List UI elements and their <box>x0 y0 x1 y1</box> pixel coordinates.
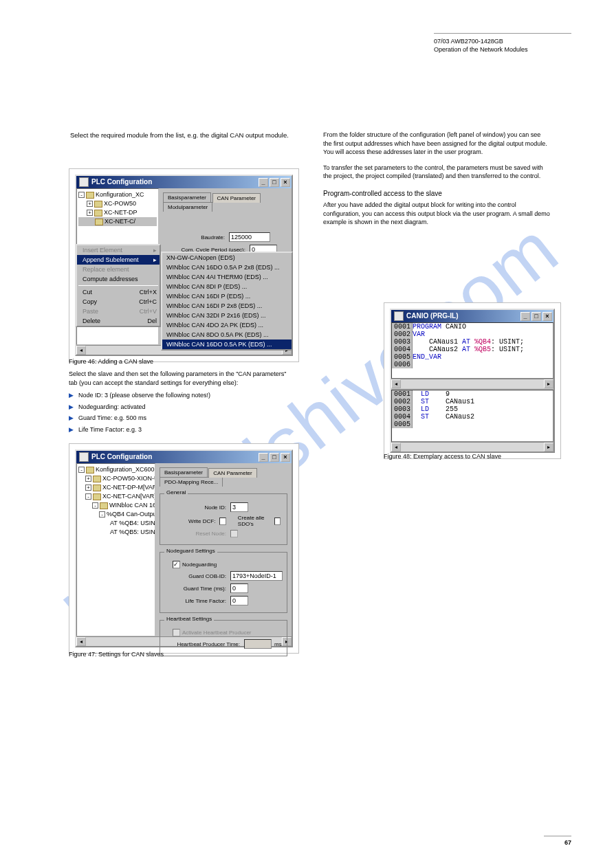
page-header: 07/03 AWB2700-1428GB Operation of the Ne… <box>434 33 571 54</box>
maximize-button[interactable]: □ <box>531 312 541 321</box>
title-text-3: CANIO (PRG-IL) <box>406 310 459 322</box>
submenu-item-5[interactable]: WINbloc CAN 16DI P 2x8 (EDS) ... <box>162 301 292 311</box>
group-heartbeat: Heartbeat Settings Activate Heartbeat Pr… <box>160 620 287 656</box>
menu-replace-element[interactable]: Replace element <box>77 265 160 274</box>
maximize-button[interactable]: □ <box>270 453 279 462</box>
menu-delete[interactable]: DeleteDel <box>77 316 160 326</box>
submenu-item-4[interactable]: WINbloc CAN 16DI P (EDS) ... <box>162 291 292 301</box>
tab-basisparameter[interactable]: Basisparameter <box>163 192 211 202</box>
nodeid-input[interactable] <box>230 502 248 512</box>
app-icon <box>79 452 89 462</box>
page-number: 67 <box>544 836 571 846</box>
right-column-text: From the folder structure of the configu… <box>323 131 550 234</box>
submenu-item-6[interactable]: WINbloc CAN 32DI P 2x16 (EDS) ... <box>162 311 292 320</box>
menu-paste[interactable]: PasteCtrl+V <box>77 307 160 316</box>
submenu-item-9[interactable]: WINbloc CAN 16DO 0.5A PK (EDS) ... <box>162 340 292 349</box>
lifetimefactor-input[interactable] <box>230 596 248 605</box>
figure-3-caption: Figure 48: Exemplary access to CAN slave <box>384 453 501 460</box>
section-heading: Program-controlled access to the slave <box>323 189 550 199</box>
submenu-item-0[interactable]: XN-GW-CANopen (EDS) <box>162 253 292 263</box>
submenu-item-3[interactable]: WINbloc CAN 8DI P (EDS) ... <box>162 282 292 291</box>
minimize-button[interactable]: _ <box>259 453 268 462</box>
menu-append-subelement[interactable]: Append Subelement▸ <box>77 255 160 265</box>
menu-cut[interactable]: CutCtrl+X <box>77 287 160 297</box>
figure-1-caption: Figure 46: Adding a CAN slave <box>69 358 153 365</box>
figure-2-caption: Figure 47: Settings for CAN slaves <box>69 651 164 658</box>
submenu-append[interactable]: XN-GW-CANopen (EDS) WINbloc CAN 16DO 0.5… <box>161 252 293 350</box>
submenu-item-1[interactable]: WINbloc CAN 16DO 0.5A P 2x8 (EDS) ... <box>162 263 292 272</box>
baudrate-input[interactable] <box>229 232 270 242</box>
figure-2-frame: PLC Configuration _ □ × -Konfiguration_X… <box>69 443 299 654</box>
header-line1: 07/03 AWB2700-1428GB <box>434 38 571 46</box>
baudrate-label: Baudrate: <box>163 234 225 241</box>
app-icon <box>79 177 89 187</box>
menu-insert-element[interactable]: Insert Element▸ <box>77 245 160 255</box>
resetnode-checkbox <box>230 530 238 537</box>
right-pane-2: Basisparameter CAN Parameter PDO-Mapping… <box>155 463 292 636</box>
cobid-input[interactable] <box>230 571 283 581</box>
tree-pane-2[interactable]: -Konfiguration_XC600 +XC-POW50-XION-UPS[… <box>76 463 155 636</box>
title-text-2: PLC Configuration <box>91 451 152 463</box>
canio-window: CANIO (PRG-IL) _ □ × 0001PROGRAM CANIO 0… <box>390 309 555 453</box>
group-general: General Node ID: Write DCF: Create alle … <box>160 493 287 545</box>
writedcf-checkbox[interactable] <box>219 518 226 525</box>
tab-pdo-mapping[interactable]: PDO-Mapping Rece... <box>160 477 223 487</box>
createsdo-checkbox[interactable] <box>274 518 281 525</box>
titlebar-3: CANIO (PRG-IL) _ □ × <box>391 310 553 322</box>
code-pane[interactable]: 0001 LD 9 0002 ST CANaus1 0003 LD 255 00… <box>391 390 553 442</box>
maximize-button[interactable]: □ <box>270 178 279 187</box>
close-button[interactable]: × <box>281 453 290 462</box>
titlebar-1: PLC Configuration _ □ × <box>76 176 292 188</box>
after-figure-1-text: Select the slave and then set the follow… <box>69 370 289 437</box>
menu-copy[interactable]: CopyCtrl+C <box>77 297 160 307</box>
close-button[interactable]: × <box>281 178 290 187</box>
figure-3-frame: CANIO (PRG-IL) _ □ × 0001PROGRAM CANIO 0… <box>384 302 561 459</box>
minimize-button[interactable]: _ <box>520 312 530 321</box>
submenu-item-8[interactable]: WINbloc CAN 8DO 0.5A PK (EDS) ... <box>162 330 292 340</box>
scrollbar-decl[interactable]: ◂▸ <box>391 379 553 388</box>
group-nodeguard: Nodeguard Settings Nodeguarding Guard CO… <box>160 552 287 613</box>
hbtime-input <box>244 639 272 649</box>
tab-can-parameter-2[interactable]: CAN Parameter <box>208 468 256 478</box>
submenu-item-7[interactable]: WINbloc CAN 4DO 2A PK (EDS) ... <box>162 320 292 330</box>
intro-paragraph: Select the required module from the list… <box>70 131 289 146</box>
guardtime-input[interactable] <box>230 583 248 593</box>
context-menu[interactable]: Insert Element▸ Append Subelement▸ Repla… <box>76 244 161 327</box>
menu-compute-addresses[interactable]: Compute addresses <box>77 274 160 284</box>
tab-basisparameter-2[interactable]: Basisparameter <box>160 467 208 477</box>
app-icon <box>394 311 404 321</box>
close-button[interactable]: × <box>542 312 552 321</box>
tab-modulparameter[interactable]: Modulparameter <box>163 202 212 212</box>
submenu-item-2[interactable]: WINbloc CAN 4AI THERM0 (EDS) ... <box>162 272 292 282</box>
plc-config-window-2: PLC Configuration _ □ × -Konfiguration_X… <box>75 449 293 647</box>
tab-can-parameter[interactable]: CAN Parameter <box>212 193 261 203</box>
scroll-left-button[interactable]: ◂ <box>76 637 86 646</box>
nodeguarding-checkbox[interactable] <box>173 561 180 568</box>
header-line2: Operation of the Network Modules <box>434 46 571 54</box>
tabs-1: Basisparameter CAN Parameter Modulparame… <box>163 192 287 212</box>
scrollbar-code[interactable]: ◂▸ <box>391 442 553 452</box>
scroll-left-button[interactable]: ◂ <box>76 346 86 355</box>
heartbeat-checkbox <box>173 629 180 636</box>
titlebar-2: PLC Configuration _ □ × <box>76 451 292 463</box>
declaration-pane[interactable]: 0001PROGRAM CANIO 0002VAR 0003 CANaus1 A… <box>391 322 553 379</box>
title-text-1: PLC Configuration <box>91 176 152 188</box>
minimize-button[interactable]: _ <box>259 178 268 187</box>
